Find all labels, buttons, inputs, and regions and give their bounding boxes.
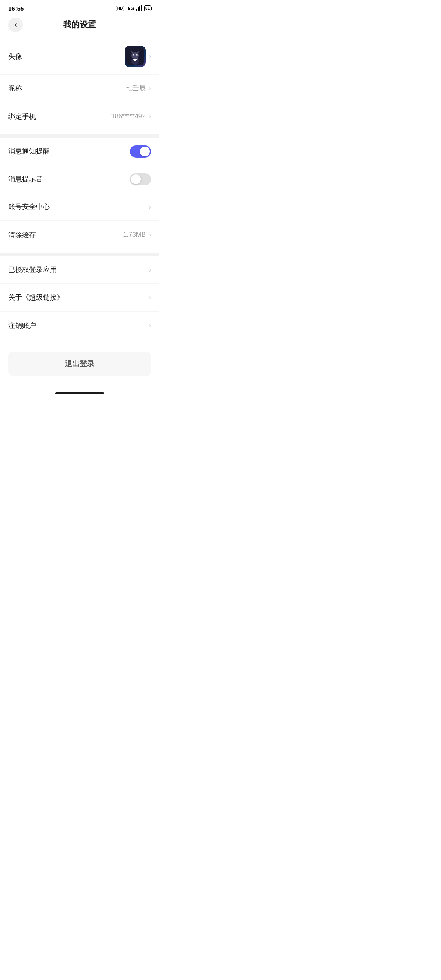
msg-sound-item[interactable]: 消息提示音: [0, 165, 159, 193]
msg-sound-toggle[interactable]: [130, 173, 151, 185]
about-label: 关于《超级链接》: [8, 293, 64, 302]
svg-rect-13: [134, 59, 136, 61]
logout-button[interactable]: 退出登录: [8, 352, 151, 376]
msg-notify-toggle[interactable]: [130, 145, 151, 158]
clear-cache-right: 1.73MB ›: [123, 231, 151, 238]
msg-sound-thumb: [131, 174, 141, 184]
cancel-account-label: 注销账户: [8, 321, 36, 330]
msg-notify-item[interactable]: 消息通知提醒: [0, 138, 159, 165]
clear-cache-label: 清除缓存: [8, 230, 36, 240]
avatar-label: 头像: [8, 52, 22, 61]
svg-point-12: [136, 55, 137, 56]
phone-chevron: ›: [149, 113, 151, 120]
phone-label: 绑定手机: [8, 112, 36, 121]
divider-2: [0, 253, 159, 256]
account-security-label: 账号安全中心: [8, 202, 50, 212]
about-chevron: ›: [149, 294, 151, 301]
account-security-chevron: ›: [149, 203, 151, 211]
authorized-apps-right: ›: [149, 266, 151, 274]
clear-cache-chevron: ›: [149, 231, 151, 238]
cache-size: 1.73MB: [123, 231, 146, 238]
svg-rect-1: [138, 7, 139, 11]
authorized-apps-item[interactable]: 已授权登录应用 ›: [0, 256, 159, 284]
about-item[interactable]: 关于《超级链接》 ›: [0, 284, 159, 312]
nickname-right: 七壬辰 ›: [126, 84, 151, 93]
avatar-chevron: ›: [149, 53, 151, 60]
msg-sound-label: 消息提示音: [8, 174, 43, 184]
battery-icon: 81: [144, 5, 151, 11]
cancel-account-right: ›: [149, 322, 151, 329]
nickname-item[interactable]: 昵称 七壬辰 ›: [0, 75, 159, 102]
phone-item[interactable]: 绑定手机 186*****492 ›: [0, 102, 159, 130]
content-area: 头像: [0, 38, 159, 343]
svg-point-11: [133, 55, 134, 56]
nickname-chevron: ›: [149, 85, 151, 92]
home-indicator: [55, 392, 104, 394]
status-time: 16:55: [8, 5, 24, 12]
clear-cache-item[interactable]: 清除缓存 1.73MB ›: [0, 221, 159, 249]
authorized-apps-chevron: ›: [149, 266, 151, 274]
account-security-right: ›: [149, 203, 151, 211]
notification-section: 消息通知提醒 消息提示音 账号安全中心 › 清除: [0, 138, 159, 249]
account-security-item[interactable]: 账号安全中心 ›: [0, 193, 159, 221]
avatar-image: [125, 46, 146, 67]
status-bar: 16:55 HD +5G 81: [0, 0, 159, 15]
cancel-account-item[interactable]: 注销账户 ›: [0, 312, 159, 339]
svg-rect-0: [136, 9, 137, 11]
nickname-label: 昵称: [8, 84, 22, 93]
svg-rect-3: [141, 5, 142, 11]
hd-badge: HD: [116, 6, 124, 11]
signal-icon: [136, 5, 143, 12]
msg-notify-label: 消息通知提醒: [8, 147, 50, 156]
other-section: 已授权登录应用 › 关于《超级链接》 › 注销账户 ›: [0, 256, 159, 339]
authorized-apps-label: 已授权登录应用: [8, 265, 57, 274]
about-right: ›: [149, 294, 151, 301]
avatar-item[interactable]: 头像: [0, 38, 159, 75]
page-header: 我的设置: [0, 15, 159, 38]
profile-section: 头像: [0, 38, 159, 130]
nickname-value: 七壬辰: [126, 84, 146, 93]
phone-right: 186*****492 ›: [111, 113, 151, 120]
phone-value: 186*****492: [111, 113, 146, 120]
avatar-right: ›: [125, 46, 151, 67]
svg-point-6: [131, 52, 139, 59]
msg-notify-thumb: [140, 147, 150, 156]
status-icons: HD +5G 81: [116, 5, 151, 12]
page-title: 我的设置: [8, 19, 151, 30]
network-icon: +5G: [126, 5, 134, 11]
svg-rect-2: [139, 6, 140, 11]
back-button[interactable]: [8, 18, 23, 32]
logout-section: 退出登录: [0, 343, 159, 388]
divider-1: [0, 134, 159, 138]
cancel-account-chevron: ›: [149, 322, 151, 329]
